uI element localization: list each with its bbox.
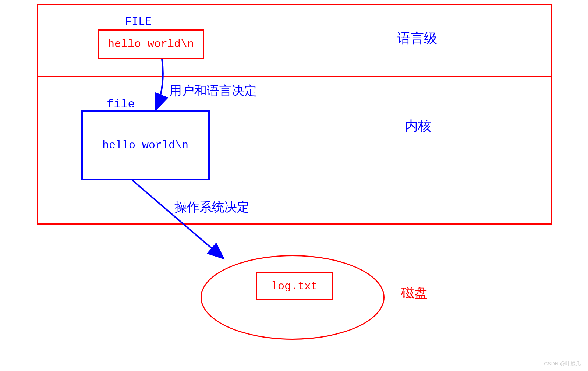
language-buffer-box: hello world\n [98, 29, 204, 59]
kernel-level-label: 内核 [405, 117, 431, 135]
file-label-uppercase: FILE [125, 15, 152, 28]
arrow-label-os: 操作系统决定 [174, 199, 249, 216]
language-buffer-text: hello world\n [108, 38, 194, 50]
log-file-box: log.txt [256, 272, 333, 300]
watermark: CSDN @叶超凡 [544, 361, 581, 367]
kernel-buffer-text: hello world\n [102, 139, 188, 152]
kernel-buffer-box: hello world\n [81, 110, 210, 180]
language-level-label: 语言级 [397, 29, 437, 47]
file-label-lowercase: file [107, 98, 135, 111]
disk-label: 磁盘 [401, 284, 428, 302]
log-filename: log.txt [271, 280, 318, 293]
arrow-label-user-lang: 用户和语言决定 [169, 82, 257, 99]
